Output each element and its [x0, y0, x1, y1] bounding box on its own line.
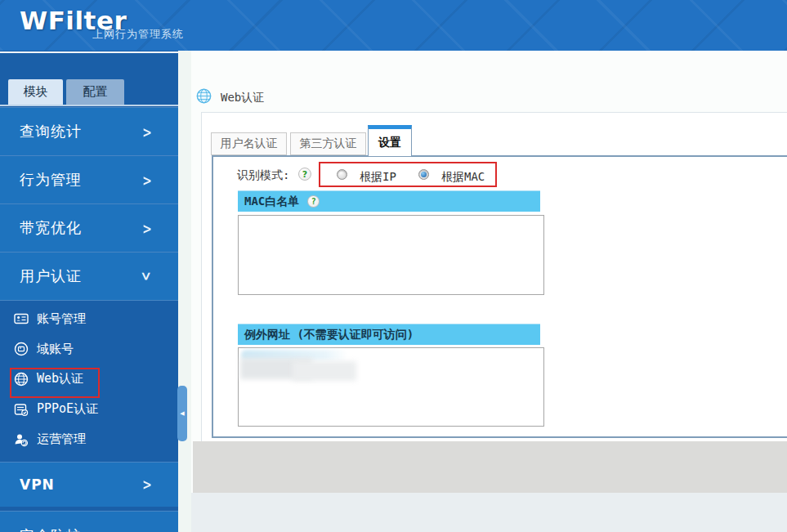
sidebar-tabs-divider	[0, 105, 178, 106]
sidebar-item-user-auth[interactable]: 用户认证 >	[0, 252, 178, 300]
content-bottom-background	[191, 493, 787, 532]
chevron-right-icon: >	[142, 220, 152, 237]
collapse-arrow-icon: ◀	[180, 410, 184, 417]
sidebar-item-vpn[interactable]: VPN >	[0, 462, 178, 507]
tab-thirdparty-auth[interactable]: 第三方认证	[290, 132, 366, 155]
submenu-item-domain-account[interactable]: 域账号	[0, 334, 178, 364]
sidebar-item-label: 用户认证	[20, 266, 82, 286]
sidebar-item-label: 查询统计	[20, 122, 82, 141]
recognition-mode-label: 识别模式:	[237, 168, 289, 183]
globe-icon	[196, 88, 212, 104]
sidebar-item-query-stats[interactable]: 查询统计 >	[0, 107, 178, 155]
chevron-right-icon: >	[142, 172, 152, 189]
sidebar-item-label: 带宽优化	[20, 218, 82, 238]
submenu-item-label: 域账号	[37, 342, 74, 357]
submenu-item-account-mgmt[interactable]: 账号管理	[0, 304, 178, 334]
mac-whitelist-title: MAC白名单	[244, 194, 299, 209]
tab-panel-border	[212, 155, 787, 157]
sidebar-item-label: 行为管理	[20, 170, 82, 190]
globe-icon	[13, 371, 29, 387]
submenu-item-label: PPPoE认证	[37, 401, 98, 417]
exception-urls-textarea[interactable]	[238, 347, 544, 427]
radio-by-mac-label[interactable]: 根据MAC	[441, 170, 485, 185]
sidebar: 模块 配置 查询统计 > 行为管理 > 带宽优化 > 用户认证 > 账号管理 域…	[0, 51, 178, 532]
submenu-item-operations-mgmt[interactable]: 运营管理	[0, 424, 178, 454]
help-icon[interactable]: ?	[298, 168, 311, 181]
tab-username-auth[interactable]: 用户名认证	[211, 132, 287, 155]
sidebar-item-label: 安全防护	[20, 526, 82, 532]
sidebar-item-label: VPN	[20, 476, 55, 493]
mac-whitelist-textarea[interactable]	[238, 215, 544, 295]
mac-whitelist-header: MAC白名单 ?	[238, 190, 540, 212]
radio-by-mac[interactable]	[418, 169, 429, 180]
tab-panel-border	[212, 155, 213, 438]
submenu-item-label: 账号管理	[37, 311, 86, 327]
sidebar-top-divider	[0, 51, 178, 53]
app-subtitle: 上网行为管理系统	[92, 27, 184, 42]
main-content: Web认证 用户名认证 第三方认证 设置 识别模式: ? 根据IP 根据MAC …	[178, 51, 787, 532]
sidebar-item-security[interactable]: 安全防护 >	[0, 511, 178, 532]
chevron-down-icon: >	[139, 271, 156, 281]
radio-by-ip[interactable]	[337, 169, 347, 180]
content-left-gutter	[178, 51, 191, 532]
submenu-item-label: 运营管理	[37, 431, 86, 447]
exception-urls-header: 例外网址 (不需要认证即可访问)	[238, 324, 540, 345]
radio-by-ip-label[interactable]: 根据IP	[360, 170, 396, 185]
tab-settings[interactable]: 设置	[368, 125, 412, 156]
app-header: WFilter 上网行为管理系统	[0, 0, 787, 51]
chevron-right-icon: >	[142, 123, 152, 141]
chevron-right-icon: >	[142, 530, 152, 532]
sidebar-tab-config[interactable]: 配置	[66, 79, 124, 105]
sidebar-tab-modules[interactable]: 模块	[8, 79, 63, 105]
pppoe-doc-check-icon	[13, 401, 29, 418]
page-title: Web认证	[221, 91, 264, 105]
submenu-item-pppoe-auth[interactable]: PPPoE认证	[0, 394, 178, 424]
exception-urls-title: 例外网址 (不需要认证即可访问)	[244, 328, 414, 342]
sidebar-item-bandwidth-opt[interactable]: 带宽优化 >	[0, 203, 178, 252]
sidebar-tab-bar: 模块 配置	[0, 79, 178, 105]
submenu-item-label: Web认证	[37, 371, 83, 387]
sidebar-item-behavior-mgmt[interactable]: 行为管理 >	[0, 155, 178, 203]
submenu-item-web-auth[interactable]: Web认证	[0, 364, 178, 395]
help-icon[interactable]: ?	[307, 195, 320, 208]
content-footer-bar	[193, 441, 787, 493]
id-card-icon	[13, 311, 29, 327]
tab-panel-border	[212, 436, 787, 438]
sidebar-collapse-handle[interactable]: ◀	[177, 386, 187, 441]
chevron-right-icon: >	[142, 476, 152, 494]
user-auth-submenu: 账号管理 域账号 Web认证 PPPoE认证 运营管理	[0, 300, 178, 458]
domain-account-icon	[13, 341, 29, 357]
operator-person-icon	[13, 431, 29, 448]
